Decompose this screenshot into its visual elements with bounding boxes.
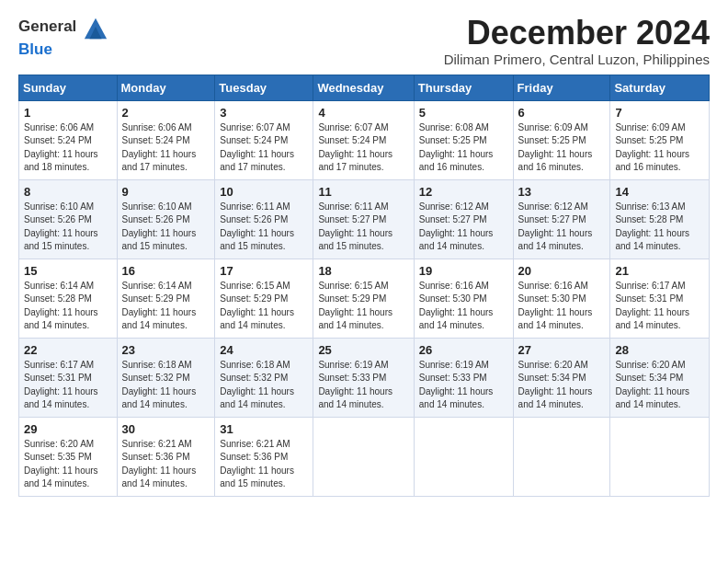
cell-text: Sunrise: 6:19 AMSunset: 5:33 PMDaylight:…: [318, 360, 392, 410]
logo-icon: [83, 15, 108, 40]
calendar-cell: 29 Sunrise: 6:20 AMSunset: 5:35 PMDaylig…: [19, 417, 118, 496]
day-number: 17: [220, 264, 308, 278]
calendar-cell: 27 Sunrise: 6:20 AMSunset: 5:34 PMDaylig…: [513, 338, 610, 417]
cell-text: Sunrise: 6:12 AMSunset: 5:27 PMDaylight:…: [419, 201, 494, 252]
calendar-cell: [513, 417, 610, 496]
cell-text: Sunrise: 6:21 AMSunset: 5:36 PMDaylight:…: [220, 439, 294, 489]
cell-text: Sunrise: 6:14 AMSunset: 5:28 PMDaylight:…: [24, 281, 98, 331]
calendar-cell: 20 Sunrise: 6:16 AMSunset: 5:30 PMDaylig…: [513, 259, 610, 338]
day-number: 12: [419, 185, 508, 199]
calendar-week-row: 15 Sunrise: 6:14 AMSunset: 5:28 PMDaylig…: [19, 259, 710, 338]
day-number: 13: [518, 185, 606, 199]
day-number: 22: [24, 343, 112, 357]
calendar-header-row: SundayMondayTuesdayWednesdayThursdayFrid…: [19, 75, 710, 100]
day-number: 30: [122, 422, 210, 436]
day-number: 28: [615, 343, 704, 357]
calendar-day-header: Friday: [513, 75, 610, 100]
calendar-cell: 26 Sunrise: 6:19 AMSunset: 5:33 PMDaylig…: [414, 338, 513, 417]
calendar-cell: 18 Sunrise: 6:15 AMSunset: 5:29 PMDaylig…: [313, 259, 414, 338]
cell-text: Sunrise: 6:16 AMSunset: 5:30 PMDaylight:…: [419, 281, 494, 331]
day-number: 27: [518, 343, 606, 357]
calendar-cell: 21 Sunrise: 6:17 AMSunset: 5:31 PMDaylig…: [610, 259, 710, 338]
cell-text: Sunrise: 6:18 AMSunset: 5:32 PMDaylight:…: [220, 360, 294, 410]
logo-blue-text: Blue: [18, 40, 108, 59]
day-number: 23: [122, 343, 210, 357]
day-number: 4: [318, 106, 408, 120]
calendar-day-header: Tuesday: [215, 75, 313, 100]
calendar-cell: 14 Sunrise: 6:13 AMSunset: 5:28 PMDaylig…: [610, 179, 710, 259]
cell-text: Sunrise: 6:12 AMSunset: 5:27 PMDaylight:…: [518, 201, 593, 252]
cell-text: Sunrise: 6:19 AMSunset: 5:33 PMDaylight:…: [419, 360, 494, 410]
logo: General Blue: [18, 15, 108, 59]
calendar-cell: 28 Sunrise: 6:20 AMSunset: 5:34 PMDaylig…: [610, 338, 710, 417]
calendar-cell: [414, 417, 513, 496]
cell-text: Sunrise: 6:09 AMSunset: 5:25 PMDaylight:…: [518, 122, 593, 173]
day-number: 15: [24, 264, 112, 278]
calendar-cell: 16 Sunrise: 6:14 AMSunset: 5:29 PMDaylig…: [117, 259, 215, 338]
calendar-day-header: Monday: [117, 75, 215, 100]
calendar-cell: 2 Sunrise: 6:06 AMSunset: 5:24 PMDayligh…: [117, 100, 215, 179]
cell-text: Sunrise: 6:13 AMSunset: 5:28 PMDaylight:…: [615, 201, 689, 252]
calendar-cell: 10 Sunrise: 6:11 AMSunset: 5:26 PMDaylig…: [215, 179, 313, 259]
day-number: 9: [122, 185, 210, 199]
cell-text: Sunrise: 6:20 AMSunset: 5:34 PMDaylight:…: [615, 360, 689, 410]
calendar-day-header: Wednesday: [313, 75, 414, 100]
day-number: 26: [419, 343, 508, 357]
calendar-cell: 7 Sunrise: 6:09 AMSunset: 5:25 PMDayligh…: [610, 100, 710, 179]
day-number: 25: [318, 343, 408, 357]
cell-text: Sunrise: 6:15 AMSunset: 5:29 PMDaylight:…: [318, 281, 392, 331]
calendar-week-row: 29 Sunrise: 6:20 AMSunset: 5:35 PMDaylig…: [19, 417, 710, 496]
day-number: 19: [419, 264, 508, 278]
calendar-day-header: Thursday: [414, 75, 513, 100]
day-number: 2: [122, 106, 210, 120]
calendar-cell: 19 Sunrise: 6:16 AMSunset: 5:30 PMDaylig…: [414, 259, 513, 338]
cell-text: Sunrise: 6:11 AMSunset: 5:26 PMDaylight:…: [220, 201, 294, 252]
calendar-cell: 17 Sunrise: 6:15 AMSunset: 5:29 PMDaylig…: [215, 259, 313, 338]
cell-text: Sunrise: 6:21 AMSunset: 5:36 PMDaylight:…: [122, 439, 197, 489]
cell-text: Sunrise: 6:11 AMSunset: 5:27 PMDaylight:…: [318, 201, 392, 252]
cell-text: Sunrise: 6:06 AMSunset: 5:24 PMDaylight:…: [122, 122, 197, 173]
day-number: 21: [615, 264, 704, 278]
day-number: 5: [419, 106, 508, 120]
calendar-week-row: 1 Sunrise: 6:06 AMSunset: 5:24 PMDayligh…: [19, 100, 710, 179]
cell-text: Sunrise: 6:20 AMSunset: 5:34 PMDaylight:…: [518, 360, 593, 410]
cell-text: Sunrise: 6:17 AMSunset: 5:31 PMDaylight:…: [24, 360, 98, 410]
calendar-table: SundayMondayTuesdayWednesdayThursdayFrid…: [18, 75, 710, 497]
calendar-cell: 24 Sunrise: 6:18 AMSunset: 5:32 PMDaylig…: [215, 338, 313, 417]
day-number: 20: [518, 264, 606, 278]
day-number: 16: [122, 264, 210, 278]
logo-general-text: General: [18, 17, 76, 35]
calendar-week-row: 22 Sunrise: 6:17 AMSunset: 5:31 PMDaylig…: [19, 338, 710, 417]
day-number: 11: [318, 185, 408, 199]
cell-text: Sunrise: 6:20 AMSunset: 5:35 PMDaylight:…: [24, 439, 98, 489]
day-number: 31: [220, 422, 308, 436]
calendar-cell: 3 Sunrise: 6:07 AMSunset: 5:24 PMDayligh…: [215, 100, 313, 179]
cell-text: Sunrise: 6:08 AMSunset: 5:25 PMDaylight:…: [419, 122, 494, 173]
day-number: 18: [318, 264, 408, 278]
calendar-cell: 6 Sunrise: 6:09 AMSunset: 5:25 PMDayligh…: [513, 100, 610, 179]
day-number: 3: [220, 106, 308, 120]
cell-text: Sunrise: 6:10 AMSunset: 5:26 PMDaylight:…: [24, 201, 98, 252]
month-title: December 2024: [444, 15, 710, 52]
calendar-day-header: Saturday: [610, 75, 710, 100]
calendar-cell: 11 Sunrise: 6:11 AMSunset: 5:27 PMDaylig…: [313, 179, 414, 259]
calendar-day-header: Sunday: [19, 75, 118, 100]
cell-text: Sunrise: 6:06 AMSunset: 5:24 PMDaylight:…: [24, 122, 98, 173]
cell-text: Sunrise: 6:16 AMSunset: 5:30 PMDaylight:…: [518, 281, 593, 331]
calendar-cell: 31 Sunrise: 6:21 AMSunset: 5:36 PMDaylig…: [215, 417, 313, 496]
calendar-cell: 9 Sunrise: 6:10 AMSunset: 5:26 PMDayligh…: [117, 179, 215, 259]
calendar-cell: 8 Sunrise: 6:10 AMSunset: 5:26 PMDayligh…: [19, 179, 118, 259]
calendar-cell: [313, 417, 414, 496]
cell-text: Sunrise: 6:07 AMSunset: 5:24 PMDaylight:…: [220, 122, 294, 173]
day-number: 29: [24, 422, 112, 436]
page-header: General Blue December 2024 Diliman Prime…: [18, 15, 710, 67]
calendar-cell: 22 Sunrise: 6:17 AMSunset: 5:31 PMDaylig…: [19, 338, 118, 417]
day-number: 10: [220, 185, 308, 199]
day-number: 8: [24, 185, 112, 199]
cell-text: Sunrise: 6:18 AMSunset: 5:32 PMDaylight:…: [122, 360, 197, 410]
cell-text: Sunrise: 6:17 AMSunset: 5:31 PMDaylight:…: [615, 281, 689, 331]
cell-text: Sunrise: 6:07 AMSunset: 5:24 PMDaylight:…: [318, 122, 392, 173]
calendar-cell: 5 Sunrise: 6:08 AMSunset: 5:25 PMDayligh…: [414, 100, 513, 179]
calendar-cell: 15 Sunrise: 6:14 AMSunset: 5:28 PMDaylig…: [19, 259, 118, 338]
cell-text: Sunrise: 6:10 AMSunset: 5:26 PMDaylight:…: [122, 201, 197, 252]
